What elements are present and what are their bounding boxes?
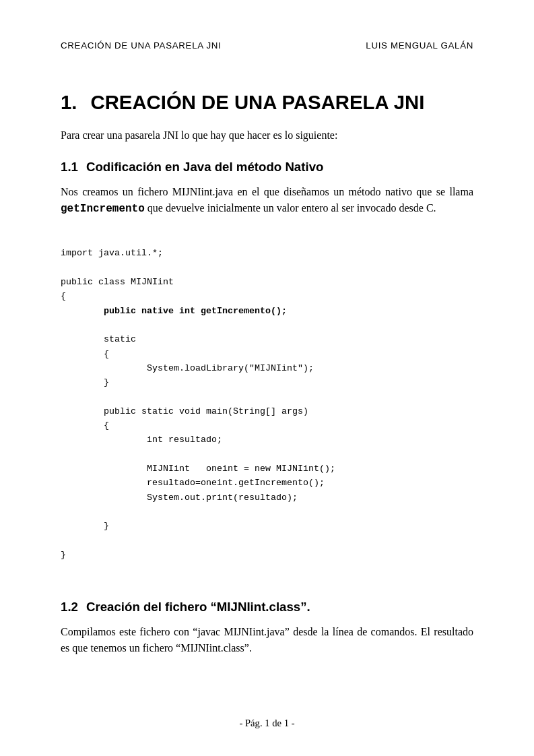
code-line4: { xyxy=(61,291,66,301)
section11-inline-code: getIncremento xyxy=(61,203,145,215)
section1-heading: 1. CREACIÓN DE UNA PASARELA JNI xyxy=(61,91,473,114)
header-title-left: CREACIÓN DE UNA PASARELA JNI xyxy=(61,40,221,51)
page-footer: - Pág. 1 de 1 - xyxy=(0,718,534,729)
code-line7: static xyxy=(61,334,136,344)
code-line5: public native int getIncremento(); xyxy=(61,306,287,316)
header-author-right: LUIS MENGUAL GALÁN xyxy=(366,40,473,51)
code-line10: } xyxy=(61,377,109,387)
section12-paragraph1: Compilamos este fichero con “javac MIJNI… xyxy=(61,624,473,656)
footer-text: - Pág. 1 de 1 - xyxy=(239,718,294,728)
section11-text1: Nos creamos un fichero MIJNIint.java en … xyxy=(61,186,473,197)
code-line16: MIJNIint oneint = new MIJNIint(); xyxy=(61,464,335,474)
code-line17: resultado=oneint.getIncremento(); xyxy=(61,478,325,488)
code-line14: int resultado; xyxy=(61,435,222,445)
section12-number: 1.2 xyxy=(61,600,78,615)
code-line18: System.out.print(resultado); xyxy=(61,493,298,503)
section12-heading: 1.2 Creación del fichero “MIJNIint.class… xyxy=(61,600,473,615)
page-header: CREACIÓN DE UNA PASARELA JNI LUIS MENGUA… xyxy=(61,40,473,51)
code-line22: } xyxy=(61,550,66,560)
section12-title: Creación del fichero “MIJNIint.class”. xyxy=(86,600,310,615)
section11-number: 1.1 xyxy=(61,160,78,175)
page: CREACIÓN DE UNA PASARELA JNI LUIS MENGUA… xyxy=(0,0,534,756)
section11-text2: que devuelve inicialmente un valor enter… xyxy=(145,202,436,214)
code-line1: import java.util.*; xyxy=(61,248,163,258)
section1-number: 1. xyxy=(61,91,77,114)
section11-paragraph: Nos creamos un fichero MIJNIint.java en … xyxy=(61,184,473,217)
section1-intro: Para crear una pasarela JNI lo que hay q… xyxy=(61,127,473,144)
code-line12: public static void main(String[] args) xyxy=(61,406,308,416)
section11-heading: 1.1 Codificación en Java del método Nati… xyxy=(61,160,473,175)
section11-title: Codificación en Java del método Nativo xyxy=(86,160,323,175)
code-block: import java.util.*; public class MIJNIin… xyxy=(61,225,473,584)
code-line13: { xyxy=(61,420,109,431)
code-line9: System.loadLibrary("MIJNIint"); xyxy=(61,363,314,373)
code-line3: public class MIJNIint xyxy=(61,277,174,287)
code-line20: } xyxy=(61,521,109,531)
section1-title: CREACIÓN DE UNA PASARELA JNI xyxy=(90,91,424,114)
code-line8: { xyxy=(61,349,109,359)
